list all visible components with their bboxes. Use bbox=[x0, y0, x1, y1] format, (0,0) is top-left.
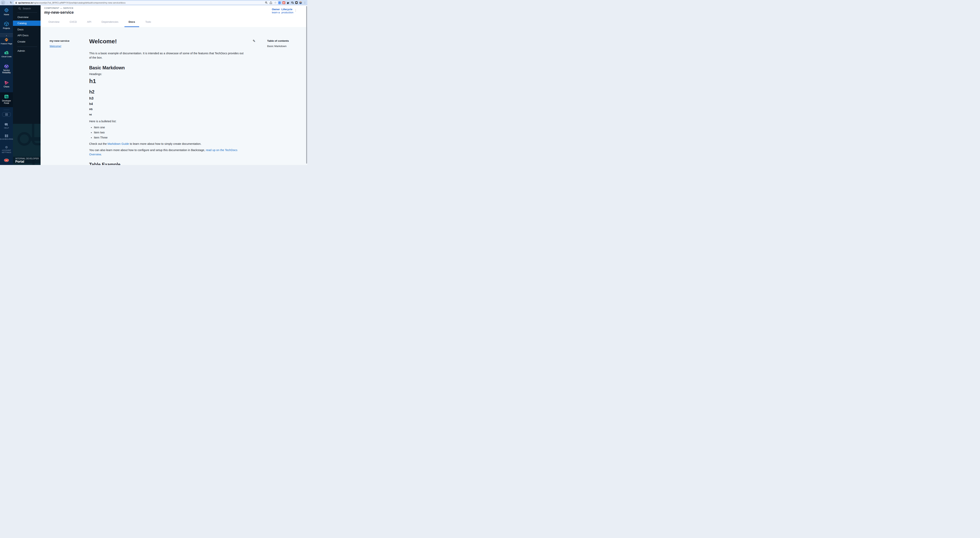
section-basic-markdown: Basic Markdown bbox=[89, 65, 244, 71]
entity-header: COMPONENT — SERVICE my-new-service ☆ Own… bbox=[41, 5, 307, 27]
docs-nav-title: my-new-service bbox=[49, 40, 81, 42]
share-icon[interactable] bbox=[270, 2, 272, 4]
heading-sample-h4: h4 bbox=[89, 102, 244, 106]
favorite-star-icon[interactable]: ☆ bbox=[71, 11, 73, 14]
section-table-example: Table Example bbox=[89, 162, 244, 165]
list-intro: Here is a bulleted list: bbox=[89, 119, 244, 124]
sidebar-item-chaos[interactable]: Chaos bbox=[0, 80, 13, 88]
search-placeholder: Search bbox=[23, 7, 31, 10]
sidebar-item-api-docs[interactable]: API Docs bbox=[18, 34, 29, 37]
zoom-page-icon[interactable] bbox=[265, 2, 267, 4]
text: to learn more about how to simply create… bbox=[129, 142, 201, 145]
cloud-costs-icon: $ bbox=[0, 51, 13, 55]
lifecycle-value: production bbox=[282, 11, 293, 14]
entity-kicker: COMPONENT — SERVICE bbox=[44, 7, 73, 9]
toc-item-basic-markdown[interactable]: Basic Markdown bbox=[267, 44, 302, 48]
owner-link[interactable]: Owner team-a bbox=[272, 8, 280, 14]
sidebar-footer: INTERNAL DEVELOPER Portal bbox=[13, 124, 41, 165]
footer-kicker: INTERNAL DEVELOPER bbox=[15, 157, 39, 160]
sidebar-item-account-settings[interactable]: ⚙ ACCOUNT SETTINGS bbox=[0, 146, 13, 154]
owner-label: Owner bbox=[272, 8, 280, 11]
sidebar-item-help[interactable]: ? HELP bbox=[0, 123, 13, 129]
browser-forward-button[interactable]: → bbox=[5, 0, 9, 5]
page-scrollbar[interactable] bbox=[306, 6, 307, 163]
markdown-guide-link[interactable]: Markdown Guide bbox=[108, 142, 129, 145]
lifecycle-link[interactable]: Lifecycle production bbox=[282, 8, 293, 14]
onepassword-extension-icon[interactable] bbox=[278, 2, 281, 4]
user-avatar[interactable]: HM bbox=[4, 159, 9, 162]
list-item: Item one bbox=[94, 125, 244, 129]
sidebar-item-label: Feature Flags bbox=[0, 43, 13, 45]
sidebar-search[interactable]: Search bbox=[18, 7, 31, 10]
main-content: COMPONENT — SERVICE my-new-service ☆ Own… bbox=[41, 5, 307, 165]
module-rail: Home Projects ▲ bbox=[0, 5, 13, 165]
text: . bbox=[101, 153, 102, 156]
sidebar-item-docs[interactable]: Docs bbox=[18, 28, 24, 31]
dashboards-icon bbox=[0, 134, 13, 138]
address-bar[interactable]: qa.harness.io/ng/account/px7xd_BFRCi-pfW… bbox=[14, 1, 278, 5]
docs-nav: my-new-service Welcome! bbox=[49, 40, 81, 48]
sidebar-item-feature-flags[interactable]: Feature Flags bbox=[0, 38, 13, 45]
browser-back-button[interactable]: ← bbox=[1, 0, 5, 5]
browser-menu-icon[interactable]: ⋮ bbox=[304, 1, 306, 4]
text: Check out the bbox=[89, 142, 108, 145]
sidebar-item-home[interactable]: Home bbox=[0, 8, 13, 16]
sidebar-item-label: ACCOUNT SETTINGS bbox=[2, 149, 11, 154]
rail-scroll-up-button[interactable]: ▲ bbox=[0, 33, 13, 37]
service-reliability-icon bbox=[0, 64, 13, 68]
sidepanel-extension-icon[interactable] bbox=[295, 2, 298, 4]
bulleted-list: Item one Item two Item Three bbox=[89, 125, 244, 140]
bookmark-star-icon[interactable]: ☆ bbox=[274, 1, 277, 4]
sidebar-item-admin[interactable]: Admin bbox=[18, 49, 25, 52]
docs-panel: my-new-service Welcome! Welcome! This is… bbox=[41, 27, 307, 165]
sidebar-item-label: Home bbox=[0, 14, 13, 16]
lifecycle-label: Lifecycle bbox=[282, 8, 293, 11]
table-of-contents: Table of contents Basic Markdown bbox=[267, 40, 302, 48]
svg-text:?: ? bbox=[6, 124, 7, 125]
tab-docs[interactable]: Docs bbox=[129, 21, 135, 27]
grid-icon bbox=[5, 113, 8, 116]
todoist-extension-icon[interactable] bbox=[282, 2, 285, 4]
feature-flags-icon bbox=[0, 38, 13, 42]
playlist-extension-icon[interactable] bbox=[291, 2, 294, 4]
sidebar-item-developer-portal[interactable]: Developer Portal bbox=[0, 92, 13, 107]
techdocs-paragraph: You can also learn more about how to con… bbox=[89, 148, 244, 157]
sidebar-item-overview[interactable]: Overview bbox=[18, 16, 29, 19]
sidebar-item-dashboards[interactable]: DASHBOARDS bbox=[0, 134, 13, 140]
tab-overview[interactable]: Overview bbox=[48, 21, 59, 27]
home-icon bbox=[0, 8, 13, 13]
heading-sample-h3: h3 bbox=[89, 96, 244, 101]
sidebar-item-label: Projects bbox=[0, 27, 13, 30]
screen: ← → ↻ qa.harness.io/ng/account/px7xd_BFR… bbox=[0, 0, 307, 165]
sidebar-item-projects[interactable]: Projects bbox=[0, 21, 13, 30]
url-text: qa.harness.io/ng/account/px7xd_BFRCi-pfW… bbox=[18, 2, 265, 4]
edit-docs-pencil-icon[interactable]: ✎ bbox=[253, 39, 255, 43]
lock-icon bbox=[15, 2, 17, 4]
decorative-shape bbox=[32, 124, 41, 145]
tab-dependencies[interactable]: Dependencies bbox=[102, 21, 118, 27]
developer-portal-icon bbox=[0, 94, 13, 99]
sidebar-item-service-reliability[interactable]: Service Reliability bbox=[0, 64, 13, 74]
extensions-puzzle-icon[interactable] bbox=[287, 2, 290, 4]
module-grid-button[interactable] bbox=[2, 112, 11, 117]
tab-api[interactable]: API bbox=[87, 21, 91, 27]
browser-toolbar: ← → ↻ qa.harness.io/ng/account/px7xd_BFR… bbox=[0, 0, 307, 5]
docs-article: Welcome! This is a basic example of docu… bbox=[89, 38, 244, 165]
tab-todo[interactable]: Todo bbox=[145, 21, 151, 27]
decorative-ring bbox=[18, 132, 31, 146]
heading-sample-h6: h6 bbox=[89, 113, 244, 116]
sidebar-item-label: Cloud Costs bbox=[0, 56, 13, 58]
article-title: Welcome! bbox=[89, 38, 244, 45]
page-title: my-new-service bbox=[44, 10, 74, 15]
browser-profile-avatar[interactable] bbox=[299, 1, 302, 4]
docs-nav-link-welcome[interactable]: Welcome! bbox=[49, 44, 61, 48]
browser-reload-button[interactable]: ↻ bbox=[9, 0, 13, 5]
tab-cicd[interactable]: CI/CD bbox=[70, 21, 77, 27]
sidebar-item-label: Service Reliability bbox=[1, 69, 12, 74]
sidebar-item-cloud-costs[interactable]: $ Cloud Costs bbox=[0, 51, 13, 58]
list-item: Item Three bbox=[94, 136, 244, 140]
sidebar-divider bbox=[17, 12, 37, 13]
sidebar-item-catalog[interactable]: Catalog bbox=[13, 21, 41, 26]
sidebar-item-create[interactable]: Create bbox=[18, 40, 25, 43]
entity-menu-icon[interactable]: ⋮ bbox=[294, 9, 297, 12]
